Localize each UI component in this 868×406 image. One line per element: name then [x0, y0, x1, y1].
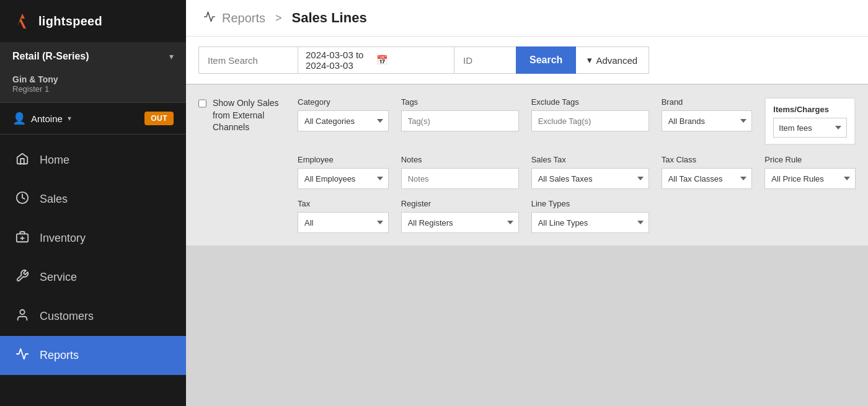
- price-rule-label: Price Rule: [764, 155, 856, 164]
- sidebar-item-label-home: Home: [40, 154, 69, 167]
- register-owner: Gin & Tony: [12, 74, 174, 84]
- filters-grid: Category All Categories Tags Exclude Tag…: [298, 97, 856, 233]
- sidebar-item-label-reports: Reports: [40, 349, 79, 362]
- price-rule-filter: Price Rule All Price Rules: [764, 155, 856, 189]
- show-only-checkbox[interactable]: [198, 99, 206, 108]
- user-info[interactable]: 👤 Antoine ▾: [12, 112, 71, 125]
- register-select[interactable]: All Registers: [401, 212, 519, 233]
- brand-select[interactable]: All Brands: [662, 110, 753, 131]
- service-icon: [15, 269, 30, 286]
- register-filter: Register All Registers: [401, 199, 519, 233]
- sidebar-item-label-customers: Customers: [40, 310, 94, 323]
- tax-class-label: Tax Class: [662, 155, 753, 164]
- sidebar-item-sales[interactable]: Sales: [0, 180, 186, 219]
- show-only-col: Show Only Sales from External Channels: [198, 97, 298, 233]
- tax-label: Tax: [298, 199, 389, 208]
- brand-filter: Brand All Brands: [662, 97, 753, 145]
- employee-label: Employee: [298, 155, 389, 164]
- line-types-label: Line Types: [531, 199, 649, 208]
- sidebar-item-inventory[interactable]: Inventory: [0, 219, 186, 258]
- notes-label: Notes: [401, 155, 519, 164]
- store-name: Retail (R-Series): [12, 51, 89, 62]
- register-name: Register 1: [12, 84, 174, 94]
- logo-area: lightspeed: [0, 0, 186, 42]
- item-search-input[interactable]: [198, 46, 298, 74]
- tax-class-filter: Tax Class All Tax Classes: [662, 155, 753, 189]
- home-icon: [15, 152, 30, 169]
- advanced-chevron-icon: ▾: [587, 55, 592, 66]
- main-content: Reports > Sales Lines 2024-03-03 to 2024…: [186, 0, 868, 406]
- user-name: Antoine: [31, 113, 63, 124]
- sales-tax-filter: Sales Tax All Sales Taxes: [531, 155, 649, 189]
- advanced-button[interactable]: ▾ Advanced: [576, 46, 649, 74]
- exclude-tags-filter: Exclude Tags: [531, 97, 649, 145]
- employee-filter: Employee All Employees: [298, 155, 389, 189]
- results-area: [186, 245, 868, 406]
- sales-icon: [15, 191, 30, 208]
- tags-filter: Tags: [401, 97, 519, 145]
- tax-select[interactable]: All: [298, 212, 389, 233]
- register-info: Gin & Tony Register 1: [0, 71, 186, 103]
- id-input[interactable]: [454, 46, 516, 74]
- out-badge: OUT: [144, 112, 174, 125]
- lightspeed-logo-icon: [12, 11, 32, 31]
- calendar-icon: 📅: [376, 55, 447, 66]
- items-charges-select[interactable]: Item fees: [773, 118, 847, 138]
- notes-filter: Notes: [401, 155, 519, 189]
- customers-icon: [15, 308, 30, 325]
- advanced-label: Advanced: [596, 55, 637, 66]
- show-only-label[interactable]: Show Only Sales from External Channels: [198, 97, 285, 134]
- notes-input[interactable]: [401, 168, 519, 189]
- date-range-value: 2024-03-03 to 2024-03-03: [306, 50, 376, 71]
- brand-label: Brand: [662, 97, 753, 107]
- show-only-text: Show Only Sales from External Channels: [213, 97, 285, 134]
- category-filter: Category All Categories: [298, 97, 389, 145]
- sidebar-nav: Home Sales Inventory Se: [0, 135, 186, 406]
- sidebar-item-label-sales: Sales: [40, 193, 68, 206]
- inventory-icon: [15, 230, 30, 247]
- store-chevron-icon: ▾: [169, 51, 174, 61]
- exclude-tags-input[interactable]: [531, 110, 649, 131]
- sidebar-item-customers[interactable]: Customers: [0, 297, 186, 336]
- sidebar-item-reports[interactable]: Reports: [0, 336, 186, 375]
- user-chevron-icon: ▾: [68, 114, 71, 123]
- user-avatar-icon: 👤: [12, 112, 26, 125]
- register-label: Register: [401, 199, 519, 208]
- sidebar-item-service[interactable]: Service: [0, 258, 186, 297]
- tax-filter: Tax All: [298, 199, 389, 233]
- date-range-input[interactable]: 2024-03-03 to 2024-03-03 📅: [298, 46, 454, 74]
- sidebar: lightspeed Retail (R-Series) ▾ Gin & Ton…: [0, 0, 186, 406]
- reports-icon: [15, 347, 30, 364]
- tags-label: Tags: [401, 97, 519, 107]
- logo-text: lightspeed: [38, 14, 102, 29]
- price-rule-select[interactable]: All Price Rules: [764, 168, 856, 189]
- breadcrumb-link[interactable]: Reports: [222, 11, 265, 25]
- items-charges-filter: Items/Charges Item fees: [764, 97, 856, 145]
- svg-point-3: [20, 310, 24, 314]
- tags-input[interactable]: [401, 110, 519, 131]
- filters-section: Show Only Sales from External Channels C…: [186, 85, 868, 245]
- category-label: Category: [298, 97, 389, 107]
- user-section: 👤 Antoine ▾ OUT: [0, 103, 186, 135]
- store-selector[interactable]: Retail (R-Series) ▾: [0, 42, 186, 71]
- sales-tax-label: Sales Tax: [531, 155, 649, 164]
- line-types-filter: Line Types All Line Types: [531, 199, 649, 233]
- sidebar-item-home[interactable]: Home: [0, 141, 186, 180]
- line-types-select[interactable]: All Line Types: [531, 212, 649, 233]
- items-charges-title: Items/Charges: [773, 105, 847, 114]
- tax-class-select[interactable]: All Tax Classes: [662, 168, 753, 189]
- employee-select[interactable]: All Employees: [298, 168, 389, 189]
- sales-tax-select[interactable]: All Sales Taxes: [531, 168, 649, 189]
- search-button[interactable]: Search: [516, 46, 576, 74]
- reports-breadcrumb-icon: [203, 11, 216, 26]
- page-title: Sales Lines: [292, 10, 367, 26]
- sidebar-item-label-inventory: Inventory: [40, 232, 86, 245]
- page-header: Reports > Sales Lines: [186, 0, 868, 37]
- sidebar-item-label-service: Service: [40, 271, 77, 284]
- search-bar: 2024-03-03 to 2024-03-03 📅 Search ▾ Adva…: [186, 37, 868, 85]
- category-select[interactable]: All Categories: [298, 110, 389, 131]
- breadcrumb-separator: >: [275, 12, 282, 25]
- exclude-tags-label: Exclude Tags: [531, 97, 649, 107]
